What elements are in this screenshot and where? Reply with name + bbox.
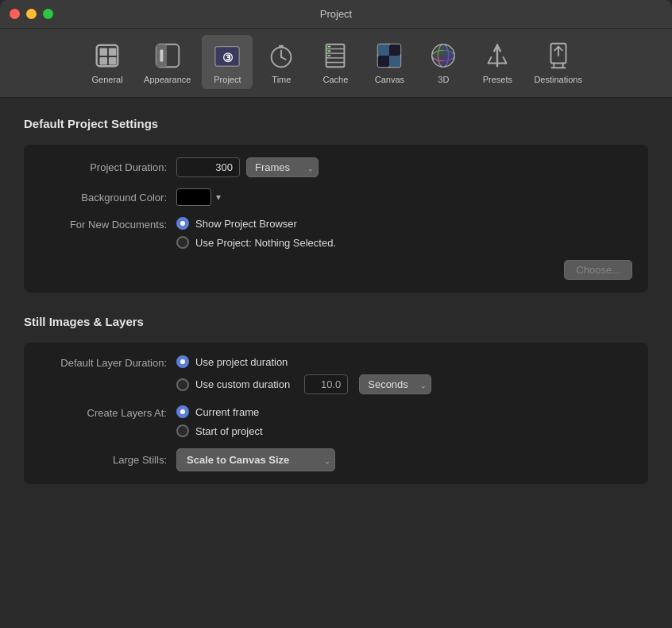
use-project-duration-row: Use project duration — [176, 355, 431, 368]
main-content: Default Project Settings Project Duratio… — [0, 98, 672, 628]
still-images-settings-group: Default Layer Duration: Use project dura… — [24, 343, 648, 484]
show-project-browser-row: Show Project Browser — [176, 217, 336, 230]
current-frame-row: Current frame — [176, 405, 263, 418]
current-frame-label: Current frame — [195, 406, 259, 418]
default-layer-duration-label: Default Layer Duration: — [40, 357, 167, 369]
svg-rect-3 — [100, 57, 108, 65]
title-bar: Project — [0, 0, 672, 29]
toolbar-item-general[interactable]: General — [82, 35, 133, 89]
use-custom-duration-label: Use custom duration — [195, 378, 290, 390]
start-of-project-label: Start of project — [195, 425, 263, 437]
current-frame-radio[interactable] — [176, 405, 189, 418]
svg-rect-7 — [160, 49, 163, 61]
choose-button-row: Choose... — [40, 260, 632, 280]
toolbar-label-destinations: Destinations — [534, 75, 582, 84]
toolbar-label-presets: Presets — [483, 75, 512, 84]
time-icon — [265, 40, 297, 72]
toolbar-item-cache[interactable]: Cache — [310, 35, 361, 89]
toolbar-label-canvas: Canvas — [375, 75, 404, 84]
svg-text:③: ③ — [222, 51, 233, 64]
use-custom-duration-row: Use custom duration Seconds Frames Timec… — [176, 374, 431, 394]
toolbar-item-project[interactable]: ③ Project — [202, 35, 253, 89]
start-of-project-row: Start of project — [176, 424, 263, 437]
svg-rect-2 — [109, 48, 117, 56]
project-duration-input[interactable] — [176, 157, 240, 177]
toolbar: General Appearance ③ Project — [0, 29, 672, 98]
duration-unit-dropdown[interactable]: Frames Seconds Timecode — [246, 157, 319, 177]
large-stills-dropdown[interactable]: Scale to Canvas Size Do Nothing Letterbo… — [176, 448, 335, 471]
toolbar-item-presets[interactable]: Presets — [472, 35, 523, 89]
custom-duration-input[interactable] — [304, 374, 348, 394]
svg-rect-1 — [100, 48, 108, 56]
project-duration-control: Frames Seconds Timecode — [176, 157, 319, 177]
svg-rect-25 — [378, 56, 389, 67]
toolbar-label-time: Time — [272, 75, 291, 84]
section-title-default-project: Default Project Settings — [24, 117, 648, 130]
background-color-row: Background Color: ▾ — [40, 188, 632, 206]
show-project-browser-radio[interactable] — [176, 217, 189, 230]
default-layer-duration-row: Default Layer Duration: Use project dura… — [40, 355, 632, 394]
svg-rect-21 — [328, 55, 331, 56]
toolbar-item-3d[interactable]: 3D — [418, 35, 469, 89]
appearance-icon — [152, 40, 183, 72]
svg-rect-24 — [389, 45, 400, 56]
use-project-duration-radio[interactable] — [176, 355, 189, 368]
create-layers-at-label: Create Layers At: — [40, 407, 167, 419]
show-project-browser-label: Show Project Browser — [195, 218, 297, 230]
presets-icon — [481, 40, 513, 72]
svg-line-12 — [281, 57, 286, 60]
toolbar-label-cache: Cache — [322, 75, 348, 84]
background-color-control: ▾ — [176, 188, 221, 206]
close-button[interactable] — [10, 9, 20, 19]
create-layers-at-row: Create Layers At: Current frame Start of… — [40, 405, 632, 437]
default-project-settings-group: Project Duration: Frames Seconds Timecod… — [24, 145, 648, 293]
canvas-icon — [373, 40, 405, 72]
3d-icon — [427, 40, 459, 72]
duration-unit-wrapper: Frames Seconds Timecode — [246, 157, 319, 177]
custom-duration-unit-wrapper: Seconds Frames Timecode — [359, 374, 431, 394]
project-icon: ③ — [211, 40, 243, 72]
toolbar-item-appearance[interactable]: Appearance — [136, 35, 199, 89]
toolbar-item-canvas[interactable]: Canvas — [364, 35, 415, 89]
toolbar-label-general: General — [91, 75, 122, 84]
svg-rect-19 — [328, 46, 331, 48]
section-title-still-images: Still Images & Layers — [24, 315, 648, 328]
color-dropdown-arrow[interactable]: ▾ — [216, 192, 221, 203]
toolbar-item-destinations[interactable]: Destinations — [526, 35, 590, 89]
use-project-duration-label: Use project duration — [195, 356, 288, 368]
create-layers-radio-group: Current frame Start of project — [176, 405, 263, 437]
svg-rect-4 — [109, 57, 117, 65]
start-of-project-radio[interactable] — [176, 424, 189, 437]
use-custom-duration-radio[interactable] — [176, 378, 189, 391]
window-title: Project — [320, 8, 352, 20]
custom-duration-unit-dropdown[interactable]: Seconds Frames Timecode — [359, 374, 431, 394]
use-project-label: Use Project: Nothing Selected. — [195, 237, 336, 249]
maximize-button[interactable] — [43, 9, 53, 19]
window-controls[interactable] — [10, 9, 53, 19]
minimize-button[interactable] — [26, 9, 37, 19]
layer-duration-radio-group: Use project duration Use custom duration… — [176, 355, 431, 394]
color-swatch[interactable] — [176, 188, 211, 206]
project-duration-label: Project Duration: — [40, 161, 167, 173]
large-stills-label: Large Stills: — [40, 454, 167, 466]
large-stills-row: Large Stills: Scale to Canvas Size Do No… — [40, 448, 632, 471]
toolbar-label-project: Project — [214, 75, 241, 84]
background-color-label: Background Color: — [40, 192, 167, 204]
for-new-documents-row: For New Documents: Show Project Browser … — [40, 217, 632, 249]
cache-icon — [319, 40, 351, 72]
destinations-icon — [543, 40, 574, 72]
svg-rect-26 — [389, 56, 400, 67]
project-duration-row: Project Duration: Frames Seconds Timecod… — [40, 157, 632, 177]
toolbar-label-appearance: Appearance — [144, 75, 191, 84]
general-icon — [91, 40, 123, 72]
svg-rect-23 — [378, 45, 389, 56]
use-project-radio[interactable] — [176, 236, 189, 249]
use-project-row: Use Project: Nothing Selected. — [176, 236, 336, 249]
large-stills-wrapper: Scale to Canvas Size Do Nothing Letterbo… — [176, 448, 335, 471]
new-documents-radio-group: Show Project Browser Use Project: Nothin… — [176, 217, 336, 249]
svg-rect-13 — [280, 45, 284, 48]
for-new-documents-label: For New Documents: — [40, 219, 167, 231]
choose-button[interactable]: Choose... — [564, 260, 632, 280]
svg-rect-20 — [328, 50, 331, 52]
toolbar-item-time[interactable]: Time — [256, 35, 307, 89]
